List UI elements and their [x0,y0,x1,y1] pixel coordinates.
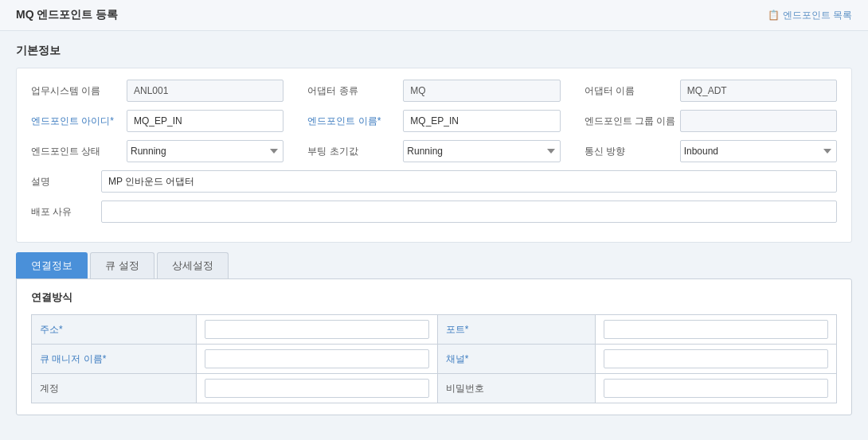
tab-detail[interactable]: 상세설정 [157,252,229,278]
input-account[interactable] [205,379,429,398]
form-row-1: 업무시스템 이름 어댑터 종류 어댑터 이름 [31,80,837,102]
table-row-address: 주소* 포트* [32,315,837,345]
form-row-deploy-reason: 배포 사유 [31,201,837,223]
form-group-endpoint-name: 엔드포인트 이름* [307,110,560,132]
endpoint-list-link[interactable]: 📋 엔드포인트 목록 [768,9,852,22]
page-wrapper: MQ 엔드포인트 등록 📋 엔드포인트 목록 기본정보 업무시스템 이름 어댑터… [0,0,868,440]
form-group-comm-direction: 통신 방향 Inbound Outbound [585,140,837,162]
list-icon: 📋 [768,10,780,21]
top-bar: MQ 엔드포인트 등록 📋 엔드포인트 목록 [0,0,868,31]
form-group-adapter-name: 어댑터 이름 [585,80,837,102]
input-channel[interactable] [604,349,828,368]
tab-detail-label: 상세설정 [172,259,213,271]
input-endpoint-group[interactable] [680,110,837,132]
cell-account [196,374,437,403]
label-adapter-name: 어댑터 이름 [585,84,680,98]
input-deploy-reason[interactable] [101,201,837,223]
input-address[interactable] [205,320,429,339]
table-row-queue-manager: 큐 매니저 이름* 채널* [32,345,837,374]
label-comm-direction: 통신 방향 [585,145,680,158]
tab-connection[interactable]: 연결정보 [16,252,88,278]
label-endpoint-group: 엔드포인트 그룹 이름 [585,115,680,128]
form-group-adapter-type: 어댑터 종류 [307,80,560,102]
label-description: 설명 [31,175,101,189]
label-adapter-type: 어댑터 종류 [307,84,403,98]
label-port: 포트* [437,315,595,345]
label-channel: 채널* [437,345,595,374]
label-endpoint-id: 엔드포인트 아이디* [31,115,127,128]
label-endpoint-name: 엔드포인트 이름* [307,115,403,128]
tab-connection-label: 연결정보 [31,259,72,271]
form-group-endpoint-group: 엔드포인트 그룹 이름 [585,110,837,132]
tab-queue-label: 큐 설정 [105,259,139,271]
input-port[interactable] [604,320,828,339]
page-title: MQ 엔드포인트 등록 [16,8,118,22]
form-group-booting: 부팅 초기값 Running Stopped [307,140,560,162]
tab-queue[interactable]: 큐 설정 [90,252,154,278]
input-adapter-type[interactable] [403,80,560,102]
form-row-description: 설명 [31,170,837,193]
form-group-endpoint-id: 엔드포인트 아이디* [31,110,283,132]
form-group-endpoint-status: 엔드포인트 상태 Running Stopped Paused [31,140,283,162]
input-endpoint-id[interactable] [127,110,283,132]
input-endpoint-name[interactable] [403,110,560,132]
cell-address [196,315,437,345]
connection-table: 주소* 포트* 큐 매니저 이름* [31,314,837,403]
label-deploy-reason: 배포 사유 [31,205,101,219]
input-business-system[interactable] [127,80,283,102]
form-group-business-system: 업무시스템 이름 [31,80,283,102]
label-endpoint-status: 엔드포인트 상태 [31,145,127,158]
input-queue-manager[interactable] [205,349,429,368]
table-row-account: 계정 비밀번호 [32,374,837,403]
input-description[interactable] [101,170,837,193]
content-area: 기본정보 업무시스템 이름 어댑터 종류 어댑터 이름 [0,31,868,428]
form-row-3: 엔드포인트 상태 Running Stopped Paused 부팅 초기값 R… [31,140,837,162]
select-endpoint-status[interactable]: Running Stopped Paused [127,140,283,162]
label-booting: 부팅 초기값 [307,145,403,158]
basic-info-section: 업무시스템 이름 어댑터 종류 어댑터 이름 엔드포인트 아이디* [16,68,852,243]
connection-section-title: 연결방식 [31,290,837,305]
cell-password [595,374,836,403]
label-address: 주소* [32,315,197,345]
label-business-system: 업무시스템 이름 [31,84,127,98]
form-row-2: 엔드포인트 아이디* 엔드포인트 이름* 엔드포인트 그룹 이름 [31,110,837,132]
tab-content-connection: 연결방식 주소* 포트* [16,278,852,415]
label-password: 비밀번호 [437,374,595,403]
basic-info-section-title: 기본정보 [16,44,852,58]
link-label: 엔드포인트 목록 [783,9,852,22]
cell-channel [595,345,836,374]
label-queue-manager: 큐 매니저 이름* [32,345,197,374]
select-comm-direction[interactable]: Inbound Outbound [680,140,837,162]
select-booting[interactable]: Running Stopped [403,140,560,162]
label-account: 계정 [32,374,197,403]
cell-port [595,315,836,345]
input-adapter-name[interactable] [680,80,837,102]
tabs-bar: 연결정보 큐 설정 상세설정 [16,252,852,278]
cell-queue-manager [196,345,437,374]
input-password[interactable] [604,379,828,398]
